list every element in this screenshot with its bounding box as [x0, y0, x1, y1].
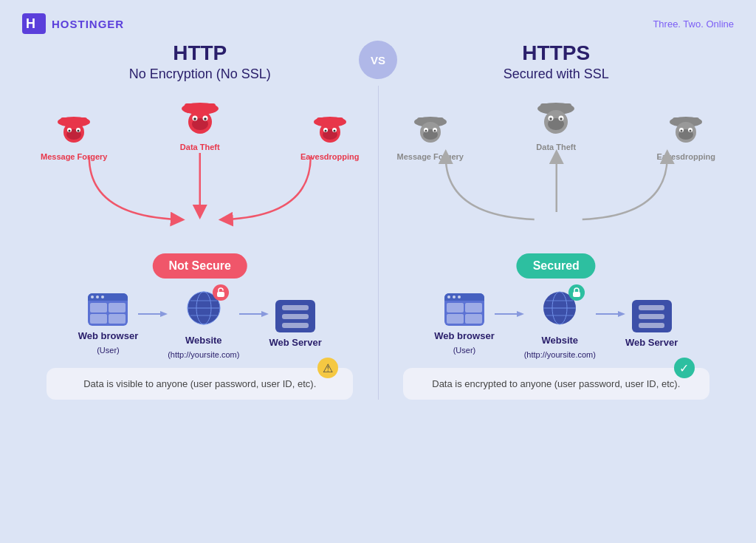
svg-point-60 [690, 130, 692, 132]
http-data-theft-label: Data Theft [180, 143, 220, 151]
svg-text:H: H [26, 16, 35, 31]
http-info-box: ⚠ Data is visible to anyone (user passwo… [47, 368, 353, 400]
https-website: Website (http://yoursite.com) [524, 289, 596, 359]
hacker-icon-gray-right [667, 109, 705, 149]
http-arrow-1 [138, 309, 168, 319]
https-server-label: Web Server [625, 337, 678, 348]
https-server: Web Server [625, 300, 678, 348]
https-threats-area: Message Forgery Data Theft [386, 94, 727, 286]
https-padlock [568, 284, 585, 301]
http-message-forgery-label: Message Forgery [41, 152, 107, 161]
svg-point-59 [681, 130, 683, 132]
https-message-forgery-label: Message Forgery [397, 152, 464, 161]
browser-label: Web browser [78, 330, 138, 341]
http-eavesdropping-hacker: Eavesdropping [300, 109, 359, 161]
hacker-icon-gray-center [535, 94, 577, 140]
svg-rect-46 [540, 103, 571, 111]
https-browser-icon [444, 293, 484, 326]
svg-point-17 [204, 117, 207, 120]
vs-badge: VS [359, 41, 397, 79]
website-label: Website [185, 335, 222, 346]
http-subtitle: No Encryption (No SSL) [129, 66, 271, 82]
http-browser: Web browser (User) [78, 293, 138, 355]
website-url-http: (http://yoursite.com) [168, 350, 239, 359]
svg-point-43 [425, 130, 427, 132]
svg-point-9 [78, 130, 80, 132]
svg-marker-27 [160, 311, 168, 317]
https-subtitle: Secured with SSL [504, 66, 609, 82]
http-website: Website (http://yoursite.com) [168, 289, 239, 359]
https-info-box: ✓ Data is encrypted to anyone (user pass… [403, 368, 709, 400]
http-title: HTTP [173, 41, 227, 65]
browser-sublabel: (User) [97, 346, 120, 355]
svg-marker-70 [618, 311, 625, 317]
page: H HOSTINGER Three. Two. Online VS HTTP N… [0, 0, 756, 543]
https-arrow-1 [495, 309, 524, 319]
http-section: HTTP No Encryption (No SSL) [22, 41, 378, 400]
https-browser-sublabel: (User) [453, 346, 476, 355]
https-website-label: Website [541, 335, 578, 346]
https-data-theft-hacker: Data Theft [535, 94, 577, 151]
svg-point-51 [549, 117, 552, 120]
https-message-forgery-hacker: Message Forgery [397, 109, 464, 161]
https-eavesdropping-label: Eavesdropping [657, 152, 715, 161]
http-message-forgery-hacker: Message Forgery [41, 109, 107, 161]
http-info-text: Data is visible to anyone (user password… [83, 378, 316, 389]
browser-icon [88, 293, 128, 326]
https-title: HTTPS [522, 41, 590, 65]
http-bottom-row: Web browser (User) [30, 289, 371, 359]
server-icon [275, 300, 315, 332]
https-info-text: Data is encrypted to anyone (user passwo… [432, 378, 680, 389]
https-eavesdropping-hacker: Eavesdropping [657, 109, 715, 161]
logo: H HOSTINGER [22, 13, 124, 34]
hacker-icon-red-center [179, 94, 221, 140]
http-eavesdropping-label: Eavesdropping [300, 152, 359, 161]
https-server-icon [632, 300, 672, 332]
svg-point-24 [324, 130, 326, 132]
svg-point-16 [193, 117, 196, 120]
hacker-icon-gray-left [411, 109, 450, 149]
http-threats-area: Message Forgery Data Theft [30, 94, 371, 286]
logo-text: HOSTINGER [52, 18, 124, 30]
svg-point-44 [433, 130, 436, 132]
svg-point-25 [333, 130, 335, 132]
check-badge: ✓ [674, 358, 695, 378]
header: H HOSTINGER Three. Two. Online [22, 13, 734, 34]
svg-point-52 [560, 117, 563, 120]
http-padlock [213, 284, 229, 301]
http-data-theft-hacker: Data Theft [179, 94, 221, 151]
https-website-icon-wrap [540, 289, 579, 330]
svg-rect-34 [217, 292, 224, 297]
hacker-icon-red [55, 109, 93, 149]
not-secure-badge: Not Secure [153, 253, 247, 279]
https-browser: Web browser (User) [434, 293, 494, 355]
padlock-open-icon [216, 287, 226, 298]
server-label: Web Server [269, 337, 321, 348]
http-arrow-2 [239, 309, 269, 319]
tagline: Three. Two. Online [653, 18, 734, 30]
https-data-theft-label: Data Theft [536, 143, 576, 151]
http-server: Web Server [269, 300, 321, 348]
hostinger-logo-icon: H [22, 13, 46, 34]
http-website-icon-wrap [185, 289, 223, 330]
svg-marker-36 [261, 311, 269, 317]
main-content: HTTP No Encryption (No SSL) [22, 41, 734, 400]
warning-badge: ⚠ [317, 358, 338, 378]
secured-badge: Secured [517, 253, 596, 279]
padlock-locked-icon [571, 287, 582, 298]
https-bottom-row: Web browser (User) [386, 289, 727, 359]
svg-marker-62 [517, 311, 524, 317]
https-browser-label: Web browser [434, 330, 494, 341]
svg-point-8 [69, 130, 71, 132]
https-section: HTTPS Secured with SSL M [379, 41, 735, 400]
svg-rect-11 [185, 103, 216, 111]
https-website-url: (http://yoursite.com) [524, 350, 596, 359]
hacker-icon-red-right [311, 109, 349, 149]
https-arrow-2 [596, 309, 625, 319]
svg-rect-68 [573, 292, 580, 297]
